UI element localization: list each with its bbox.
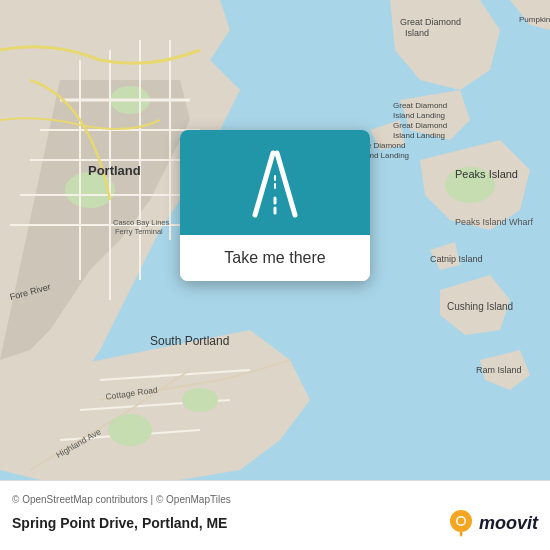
svg-line-40 — [277, 153, 295, 215]
svg-text:Great Diamond: Great Diamond — [393, 101, 447, 110]
location-text: Spring Point Drive, Portland, ME — [12, 515, 227, 531]
svg-point-15 — [108, 414, 152, 446]
svg-text:Great Diamond: Great Diamond — [400, 17, 461, 27]
svg-text:Ram Island: Ram Island — [476, 365, 522, 375]
svg-text:Cushing Island: Cushing Island — [447, 301, 513, 312]
svg-point-16 — [182, 388, 218, 412]
attribution-text: © OpenStreetMap contributors | © OpenMap… — [12, 494, 538, 505]
svg-text:Ferry Terminal: Ferry Terminal — [115, 227, 163, 236]
svg-text:Casco Bay Lines: Casco Bay Lines — [113, 218, 170, 227]
svg-text:South Portland: South Portland — [150, 334, 229, 348]
navigation-card: Take me there — [180, 130, 370, 281]
location-row: Spring Point Drive, Portland, ME moovit — [12, 509, 538, 537]
moovit-logo: moovit — [447, 509, 538, 537]
svg-text:and Landing: and Landing — [365, 151, 409, 160]
take-me-there-button[interactable]: Take me there — [180, 235, 370, 281]
moovit-text: moovit — [479, 513, 538, 534]
svg-text:Peaks Island: Peaks Island — [455, 168, 518, 180]
svg-text:Portland: Portland — [88, 163, 141, 178]
card-icon-area — [180, 130, 370, 235]
svg-point-45 — [457, 518, 464, 525]
svg-text:Catnip Island: Catnip Island — [430, 254, 483, 264]
svg-text:Island Landing: Island Landing — [393, 131, 445, 140]
moovit-icon — [447, 509, 475, 537]
svg-text:le Diamond: le Diamond — [365, 141, 405, 150]
svg-text:Great Diamond: Great Diamond — [393, 121, 447, 130]
svg-text:Island Landing: Island Landing — [393, 111, 445, 120]
map-container: Portland South Portland Great Diamond Is… — [0, 0, 550, 480]
bottom-bar: © OpenStreetMap contributors | © OpenMap… — [0, 480, 550, 550]
svg-line-39 — [255, 153, 273, 215]
svg-text:Pumpkin: Pumpkin — [519, 15, 550, 24]
svg-text:Island: Island — [405, 28, 429, 38]
svg-text:Peaks Island Wharf: Peaks Island Wharf — [455, 217, 534, 227]
road-icon — [235, 143, 315, 223]
